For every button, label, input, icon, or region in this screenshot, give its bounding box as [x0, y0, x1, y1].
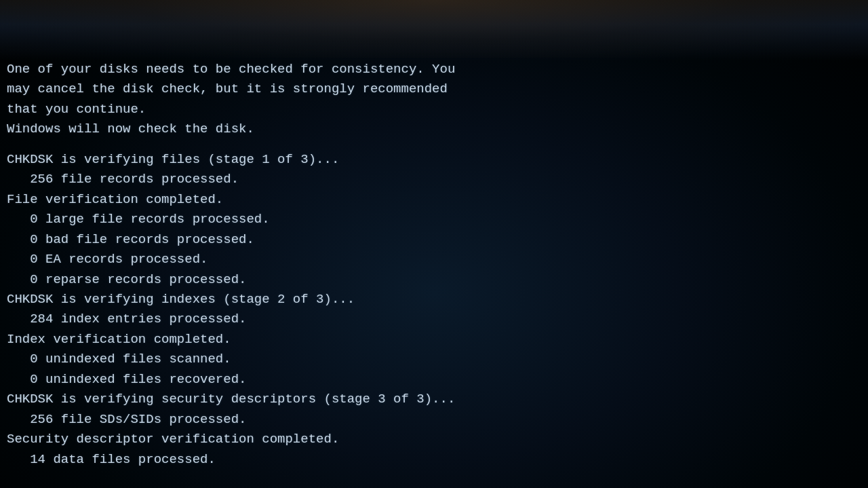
terminal-line-9: 0 bad file records processed.	[7, 230, 861, 250]
terminal-line-16: 0 unindexed files recovered.	[7, 370, 861, 390]
terminal-line-13: 284 index entries processed.	[7, 309, 861, 329]
terminal-line-5: CHKDSK is verifying files (stage 1 of 3)…	[7, 150, 861, 170]
terminal-line-14: Index verification completed.	[7, 330, 861, 350]
terminal-output: One of your disks needs to be checked fo…	[7, 60, 861, 470]
terminal-line-1: may cancel the disk check, but it is str…	[7, 79, 861, 99]
terminal-line-0: One of your disks needs to be checked fo…	[7, 60, 861, 79]
terminal-line-2: that you continue.	[7, 100, 861, 119]
terminal-line-3: Windows will now check the disk.	[7, 119, 861, 139]
terminal-line-7: File verification completed.	[7, 190, 861, 210]
terminal-line-17: CHKDSK is verifying security descriptors…	[7, 390, 861, 409]
terminal-line-8: 0 large file records processed.	[7, 210, 861, 229]
terminal-line-19: Security descriptor verification complet…	[7, 430, 861, 449]
screen: One of your disks needs to be checked fo…	[0, 0, 868, 488]
terminal-line-20: 14 data files processed.	[7, 450, 861, 470]
terminal-line-10: 0 EA records processed.	[7, 250, 861, 269]
terminal-line-4	[7, 140, 861, 150]
terminal-line-12: CHKDSK is verifying indexes (stage 2 of …	[7, 290, 861, 309]
terminal-line-11: 0 reparse records processed.	[7, 270, 861, 290]
terminal-line-6: 256 file records processed.	[7, 170, 861, 189]
hand-shadow	[0, 0, 868, 58]
terminal-line-15: 0 unindexed files scanned.	[7, 350, 861, 369]
terminal-line-18: 256 file SDs/SIDs processed.	[7, 410, 861, 430]
